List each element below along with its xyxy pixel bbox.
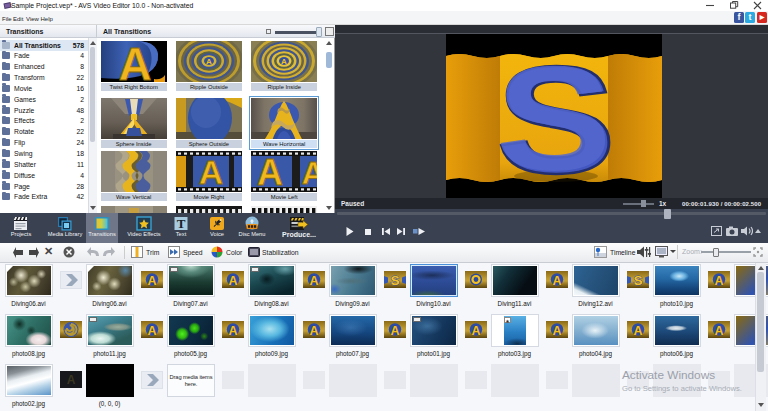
svg-text:A: A <box>199 153 224 191</box>
svg-text:T: T <box>177 216 186 231</box>
svg-text:A: A <box>228 324 237 338</box>
svg-text:A: A <box>714 274 723 288</box>
svg-text:A: A <box>118 41 151 82</box>
svg-text:S: S <box>390 273 399 288</box>
svg-text:A: A <box>471 324 480 338</box>
svg-text:A: A <box>257 152 283 192</box>
svg-text:A: A <box>147 274 156 288</box>
svg-text:A: A <box>302 155 318 191</box>
svg-text:A: A <box>206 56 212 65</box>
svg-text:A: A <box>309 324 318 338</box>
svg-text:A: A <box>633 324 642 338</box>
svg-text:A: A <box>281 56 287 65</box>
svg-text:S: S <box>633 273 642 288</box>
svg-text:A: A <box>67 373 76 387</box>
svg-text:A: A <box>147 324 156 338</box>
svg-text:S: S <box>495 36 611 198</box>
svg-text:A: A <box>714 324 723 338</box>
svg-text:A: A <box>228 274 237 288</box>
svg-text:A: A <box>552 324 561 338</box>
svg-text:A: A <box>552 274 561 288</box>
svg-text:A: A <box>390 324 399 338</box>
svg-text:A: A <box>309 274 318 288</box>
